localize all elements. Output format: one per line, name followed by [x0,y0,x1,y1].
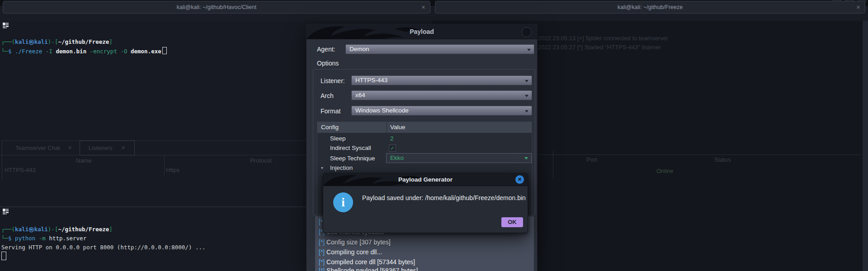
config-row-syscall-label: Indirect Syscall [330,145,371,151]
terminal-output: Serving HTTP on 0.0.0.0 port 8000 (http:… [1,243,206,251]
sleep-technique-value: Ekko [390,154,404,161]
config-table-header: Config Value [317,122,532,133]
agent-dropdown[interactable]: Demon [345,44,534,54]
format-value: Windows Shellcode [355,107,409,114]
bg-row-protocol: Https [166,167,179,173]
bg-row-status-online: Online [656,168,674,174]
console-line: [*] Compiled core dll [57344 bytes] [319,258,415,266]
options-label: Options [317,60,339,67]
prompt-user: kali㉿kali [15,38,48,45]
tab-close-icon[interactable]: ✕ [421,4,425,10]
bg-header-port: Port [586,156,597,163]
listener-label: Listener: [321,77,345,84]
command-line: └─$ ./Freeze -I demon.bin -encrypt -O de… [1,47,167,55]
agent-label: Agent: [317,46,335,53]
terminal-tab-freeze[interactable]: kali@kali: ~/github/Freeze ✕ [435,1,865,14]
command-option: -m [35,235,46,242]
prompt-line: ┌──(kali㉿kali)-[~/github/Freeze] [1,225,113,233]
arch-value: x64 [355,92,365,98]
config-row-sleep-label: Sleep [330,135,346,142]
modal-message: Payload saved under: /home/kali/github/F… [362,194,526,201]
command-arg: demon.bin [52,48,86,55]
chevron-down-icon [527,49,531,51]
payload-dialog-titlebar[interactable]: Payload [307,24,537,39]
bg-tab-close-icon: ✕ [68,145,72,151]
listener-value: HTTPS-443 [355,77,387,84]
prompt-path: ~/github/Freeze [58,226,109,233]
info-icon: i [333,192,353,212]
expander-icon[interactable]: ▾ [321,165,323,170]
terminal-split-icon[interactable] [3,23,9,28]
console-line: [*] Compiling core dll... [319,248,382,256]
terminal-split-icon[interactable] [3,209,9,215]
prompt-frame: ┌──( [1,226,15,233]
tab-close-icon[interactable]: ✕ [856,4,860,10]
command-arg: demon.exe [127,48,161,55]
terminal-scrollbar[interactable] [863,21,868,271]
bg-header-name: Name [76,157,92,164]
bg-event-log-line: 2022 23:05:13 [+] 5pider connected to te… [538,35,668,42]
prompt-line: ┌──(kali㉿kali)-[~/github/Freeze] [1,38,113,46]
prompt-symbol: $ [8,48,12,55]
command-arg: http.server [46,235,86,242]
indirect-syscall-checkbox[interactable]: ✓ [389,145,396,152]
config-row-technique-label: Sleep Technique [330,155,375,162]
payload-dialog: Payload Agent: Demon Options Listener: H… [306,24,538,271]
config-column-header: Config [321,122,339,133]
bg-column-border [553,151,553,179]
arch-dropdown[interactable]: x64 [351,90,532,100]
arch-label: Arch [321,92,334,99]
terminal-tab-havoc-client[interactable]: kali@kali: ~/github/Havoc/Client ✕ [3,1,430,14]
chevron-down-icon [525,95,528,97]
terminal-cursor [162,47,167,54]
bg-header-protocol: Protocol [250,157,272,164]
prompt-user: kali㉿kali [15,226,48,233]
chevron-down-icon [524,157,528,159]
bg-tab-teamserver-chat: Teamserver Chat [15,145,60,151]
command-option: -O [117,48,127,55]
format-label: Format [321,107,340,115]
command-freeze: ./Freeze [12,48,42,55]
tab-title: kali@kali: ~/github/Havoc/Client [177,4,256,10]
format-dropdown[interactable]: Windows Shellcode [351,106,532,116]
prompt-frame: └─ [1,48,8,55]
modal-title: Payload Generator [323,173,528,186]
payload-dialog-title: Payload [307,24,537,39]
command-option: -encrypt [86,48,117,55]
bg-header-status: Status [714,156,731,163]
payload-generator-modal: Payload Generator ✕ i Payload saved unde… [323,173,528,233]
prompt-frame: )-[ [48,226,58,233]
desktop: kali@kali: ~/github/Havoc/Client ✕ kali@… [0,0,868,271]
command-python: python [12,235,36,242]
bg-tab-close-icon: ✕ [121,145,125,151]
prompt-frame: ┌──( [1,38,15,45]
config-row-sleep-value[interactable]: 2 [390,135,394,142]
agent-value: Demon [349,46,369,52]
bg-column-border [164,155,165,176]
listener-dropdown[interactable]: HTTPS-443 [351,75,532,85]
value-column-header: Value [390,122,406,133]
column-divider [387,122,387,133]
prompt-symbol: $ [8,235,12,242]
prompt-frame: )-[ [48,38,58,45]
console-line: [*] Shellcode payload [58367 bytes] [319,267,418,271]
dialog-circle-button[interactable] [522,27,532,37]
chevron-down-icon [525,80,528,82]
prompt-frame: ] [109,38,113,45]
config-row-injection-label: Injection [330,164,353,171]
chevron-down-icon [525,110,528,112]
terminal-cursor [1,252,6,260]
prompt-frame: └─ [1,235,8,242]
prompt-path: ~/github/Freeze [58,38,109,45]
tab-title: kali@kali: ~/github/Freeze [618,4,683,10]
console-line: [*] Config size [307 bytes] [319,238,391,246]
ok-button[interactable]: OK [501,217,523,227]
bg-row-name: HTTPS-443 [5,167,36,173]
modal-titlebar[interactable]: Payload Generator ✕ [323,173,528,186]
bg-panel-border [2,140,2,181]
modal-close-icon[interactable]: ✕ [515,175,524,184]
prompt-frame: ] [109,226,113,233]
bg-tab-listeners: Listeners [89,145,113,151]
sleep-technique-dropdown[interactable]: Ekko [386,153,532,163]
bg-event-log-line: 2022 23:05:27 [*] Started "HTTPS-443" li… [538,44,661,51]
